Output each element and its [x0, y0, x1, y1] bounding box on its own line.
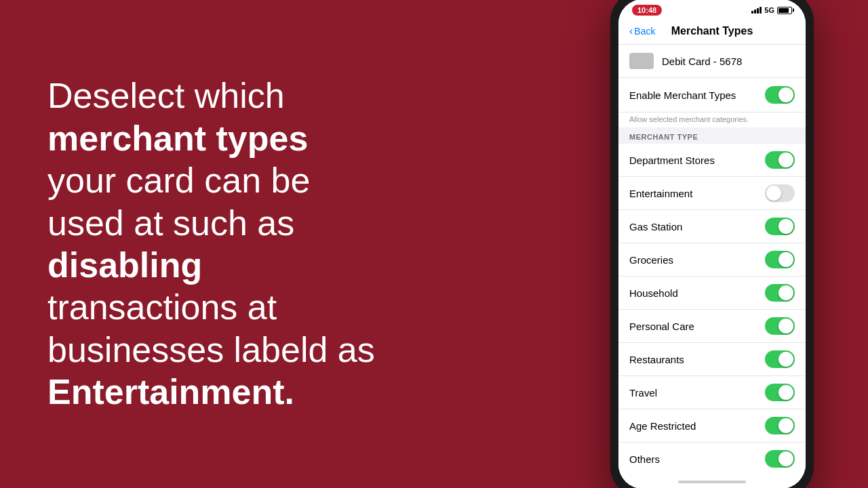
merchant-row-others: Others	[618, 443, 806, 475]
signal-bar-1	[751, 11, 753, 14]
toggle-gas-station[interactable]	[765, 218, 795, 235]
highlight-merchant-types: merchant types	[47, 119, 308, 158]
home-bar	[678, 481, 746, 483]
merchant-name-restaurants: Restaurants	[629, 354, 684, 365]
merchant-name-entertainment: Entertainment	[629, 188, 692, 199]
toggle-restaurants[interactable]	[765, 350, 795, 368]
merchant-name-others: Others	[629, 453, 660, 465]
card-name: Debit Card - 5678	[662, 56, 742, 67]
toggle-department-stores[interactable]	[765, 151, 795, 169]
toggle-household[interactable]	[765, 284, 795, 302]
phone-body: 10:48 5G ‹ B	[610, 0, 814, 488]
merchant-row-groceries: Groceries	[618, 243, 806, 277]
merchant-row-age-restricted: Age Restricted	[618, 409, 806, 443]
signal-bar-4	[760, 7, 762, 14]
merchant-type-section-header: MERCHANT TYPE	[618, 127, 806, 144]
nav-title: Merchant Types	[671, 25, 753, 37]
phone-mockup: 10:48 5G ‹ B	[610, 0, 814, 488]
line3: your card can be	[47, 161, 310, 200]
phone-screen: 10:48 5G ‹ B	[618, 0, 806, 488]
back-button[interactable]: ‹ Back	[629, 25, 655, 37]
status-right: 5G	[751, 6, 792, 14]
merchant-name-department-stores: Department Stores	[629, 155, 715, 166]
back-label: Back	[634, 26, 655, 37]
enable-subtitle: Allow selected merchant categories.	[618, 113, 806, 127]
signal-bars-icon	[751, 7, 762, 14]
merchant-row-restaurants: Restaurants	[618, 343, 806, 376]
signal-bar-3	[757, 8, 759, 14]
merchant-row-gas-station: Gas Station	[618, 210, 806, 243]
status-bar: 10:48 5G	[618, 0, 806, 18]
enable-merchant-types-row: Enable Merchant Types	[618, 78, 806, 113]
nav-bar: ‹ Back Merchant Types	[618, 18, 806, 45]
toggle-travel[interactable]	[765, 384, 795, 401]
highlight-disabling: disabling	[47, 245, 202, 285]
merchant-list: Department Stores Entertainment Gas Stat…	[618, 144, 806, 475]
merchant-row-personal-care: Personal Care	[618, 310, 806, 343]
toggle-knob	[778, 87, 793, 102]
toggle-age-restricted[interactable]	[765, 417, 795, 434]
enable-merchant-types-label: Enable Merchant Types	[629, 89, 736, 101]
merchant-name-gas-station: Gas Station	[629, 221, 682, 232]
card-icon	[629, 53, 654, 69]
merchant-name-travel: Travel	[629, 387, 657, 399]
card-header: Debit Card - 5678	[618, 45, 806, 78]
left-panel: Deselect which merchant types your card …	[0, 34, 610, 453]
merchant-name-personal-care: Personal Care	[629, 321, 694, 332]
merchant-name-household: Household	[629, 287, 678, 299]
network-type: 5G	[764, 6, 774, 14]
enable-merchant-types-toggle[interactable]	[765, 86, 795, 104]
line7: businesses labeld as	[47, 330, 375, 369]
merchant-row-travel: Travel	[618, 376, 806, 409]
intro-text: Deselect which	[47, 76, 285, 115]
merchant-row-entertainment: Entertainment	[618, 177, 806, 210]
battery-fill	[778, 8, 789, 13]
merchant-row-department-stores: Department Stores	[618, 144, 806, 177]
toggle-personal-care[interactable]	[765, 317, 795, 335]
line6: transactions at	[47, 287, 277, 327]
toggle-others[interactable]	[765, 450, 795, 468]
battery-icon	[777, 7, 792, 14]
highlight-entertainment: Entertainment.	[47, 372, 294, 411]
signal-bar-2	[754, 9, 756, 14]
back-chevron-icon: ‹	[629, 25, 633, 37]
line4: used at such as	[47, 203, 294, 243]
home-indicator	[618, 475, 806, 488]
toggle-entertainment[interactable]	[765, 184, 795, 202]
toggle-groceries[interactable]	[765, 251, 795, 268]
merchant-name-groceries: Groceries	[629, 254, 673, 266]
merchant-name-age-restricted: Age Restricted	[629, 420, 696, 432]
status-time: 10:48	[632, 5, 662, 16]
merchant-row-household: Household	[618, 277, 806, 310]
